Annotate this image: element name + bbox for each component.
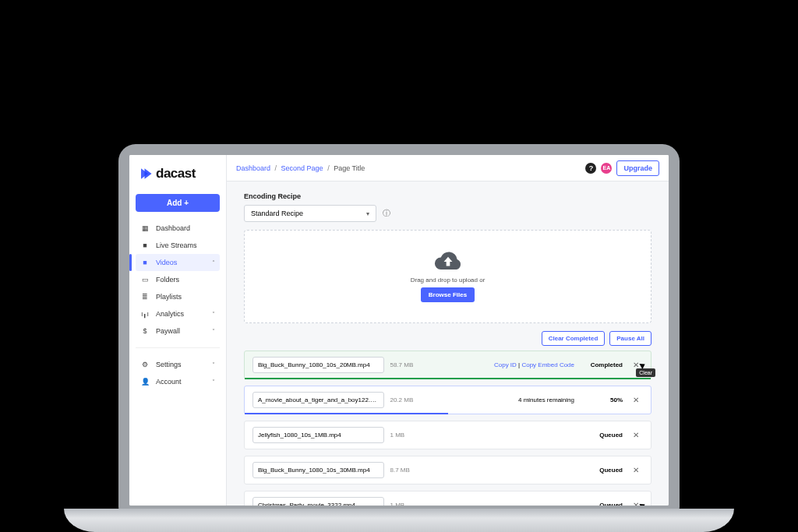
upload-actions: Clear Completed Pause All (244, 331, 651, 346)
sidebar-item-paywall[interactable]: $ Paywall ˅ (136, 322, 220, 340)
breadcrumb-current: Page Title (334, 164, 365, 172)
close-icon[interactable]: ✕ (629, 466, 643, 474)
camera-icon: ■ (140, 241, 150, 249)
upload-row: Christmas_Party_movie_3322.mp4 1 MB Queu… (244, 491, 651, 506)
upload-status: Queued (581, 467, 623, 474)
dollar-icon: $ (140, 327, 150, 335)
sidebar-item-label: Account (156, 378, 182, 386)
copy-id-link[interactable]: Copy ID (494, 361, 517, 368)
encoding-recipe-row: Standard Recipe ▾ ⓘ (244, 205, 651, 222)
encoding-recipe-select[interactable]: Standard Recipe ▾ (244, 205, 376, 222)
breadcrumb-sep: / (327, 164, 330, 172)
add-button[interactable]: Add + (136, 194, 220, 212)
close-icon[interactable]: ✕ (629, 396, 643, 404)
app-root: dacast Add + ▦ Dashboard ■ Live Streams (129, 155, 669, 506)
upload-size: 20.2 MB (390, 396, 437, 403)
sidebar-item-playlists[interactable]: ≣ Playlists (136, 288, 220, 305)
sidebar-item-analytics[interactable]: ı╻ı Analytics ˅ (136, 305, 220, 322)
upload-filename[interactable]: Christmas_Party_movie_3322.mp4 (252, 497, 384, 506)
laptop-frame: dacast Add + ▦ Dashboard ■ Live Streams (103, 144, 695, 532)
upload-status: Queued (581, 502, 623, 506)
breadcrumb-link-1[interactable]: Dashboard (236, 164, 270, 172)
breadcrumb-sep: / (275, 164, 277, 172)
nav-secondary: ⚙ Settings ˅ 👤 Account ˅ (136, 356, 220, 390)
breadcrumb-link-2[interactable]: Second Page (281, 164, 323, 172)
upload-status: Completed (581, 361, 623, 368)
chevron-down-icon: ˅ (212, 379, 215, 386)
sidebar-item-settings[interactable]: ⚙ Settings ˅ (136, 356, 220, 373)
upload-status: 50% (581, 396, 623, 403)
copy-embed-link[interactable]: Copy Embed Code (521, 361, 574, 368)
upgrade-button[interactable]: Upgrade (616, 160, 659, 176)
screen-bezel: dacast Add + ▦ Dashboard ■ Live Streams (118, 144, 680, 510)
brand-mark-icon (139, 167, 153, 181)
gear-icon: ⚙ (140, 361, 150, 368)
sidebar-item-label: Settings (156, 361, 182, 368)
close-icon[interactable]: ✕ (629, 431, 643, 439)
sidebar-item-label: Videos (156, 259, 177, 266)
sidebar-item-label: Folders (156, 276, 179, 284)
cloud-upload-icon (433, 251, 463, 273)
upload-row: Big_Buck_Bunny_1080_10s_30MB.mp4 8.7 MB … (244, 456, 651, 484)
select-value: Standard Recipe (251, 210, 303, 217)
upload-progress-text: 4 minutes remaining (443, 396, 575, 403)
sidebar-item-folders[interactable]: ▭ Folders (136, 271, 220, 288)
chevron-down-icon: ˅ (212, 311, 215, 318)
upload-status: Queued (581, 432, 623, 439)
upload-size: 1 MB (390, 432, 437, 439)
help-icon[interactable]: ? (585, 163, 596, 174)
sidebar-item-label: Analytics (156, 310, 184, 318)
breadcrumb: Dashboard / Second Page / Page Title (236, 164, 579, 172)
clear-completed-button[interactable]: Clear Completed (542, 331, 606, 346)
upload-filename[interactable]: A_movie_about_a_tiger_and_a_boy122.mvp (252, 392, 384, 408)
avatar[interactable]: EA (601, 163, 612, 174)
upload-size: 1 MB (390, 502, 437, 506)
upload-size: 8.7 MB (390, 467, 437, 474)
cursor-pointer-icon (640, 502, 649, 506)
upload-filename[interactable]: Big_Buck_Bunny_1080_10s_30MB.mp4 (252, 462, 384, 478)
caret-down-icon: ▾ (366, 210, 369, 217)
upload-size: 58.7 MB (390, 361, 437, 368)
chevron-up-icon: ˄ (212, 259, 215, 266)
sidebar-item-label: Live Streams (156, 241, 197, 249)
sidebar-item-livestreams[interactable]: ■ Live Streams (136, 237, 220, 254)
brand-logo: dacast (136, 163, 220, 191)
playlist-icon: ≣ (140, 293, 150, 301)
topbar-actions: ? EA Upgrade (585, 160, 659, 176)
info-icon[interactable]: ⓘ (383, 208, 390, 219)
dropzone-text: Drag and drop to upload or (411, 277, 486, 284)
sidebar-item-videos[interactable]: ■ Videos ˄ (136, 254, 220, 271)
sidebar-item-label: Playlists (156, 293, 182, 301)
sidebar-item-label: Dashboard (156, 224, 190, 232)
sidebar-item-label: Paywall (156, 327, 180, 335)
upload-row: Jellyfish_1080_10s_1MB.mp4 1 MB Queued ✕ (244, 421, 651, 449)
chevron-down-icon: ˅ (212, 361, 215, 368)
folder-icon: ▭ (140, 276, 150, 284)
topbar: Dashboard / Second Page / Page Title ? E… (227, 155, 669, 181)
upload-row: Big_Buck_Bunny_1080_10s_20MB.mp4 58.7 MB… (244, 351, 651, 379)
screen: dacast Add + ▦ Dashboard ■ Live Streams (129, 155, 669, 506)
upload-links: Copy ID | Copy Embed Code (443, 361, 575, 368)
chevron-down-icon: ˅ (212, 328, 215, 335)
browse-files-button[interactable]: Browse Files (421, 287, 475, 302)
encoding-recipe-label: Encoding Recipe (244, 192, 651, 200)
dashboard-icon: ▦ (140, 224, 150, 232)
person-icon: 👤 (140, 378, 150, 386)
sidebar-item-account[interactable]: 👤 Account ˅ (136, 373, 220, 390)
analytics-icon: ı╻ı (140, 310, 150, 318)
upload-dropzone[interactable]: Drag and drop to upload or Browse Files (244, 230, 651, 323)
main: Dashboard / Second Page / Page Title ? E… (227, 155, 669, 506)
cursor-pointer-icon (640, 362, 649, 372)
content: Encoding Recipe Standard Recipe ▾ ⓘ (227, 181, 669, 506)
brand-name: dacast (156, 166, 196, 181)
nav-separator (136, 347, 220, 348)
upload-row: A_movie_about_a_tiger_and_a_boy122.mvp 2… (244, 386, 651, 414)
sidebar: dacast Add + ▦ Dashboard ■ Live Streams (129, 155, 227, 506)
video-icon: ■ (140, 259, 150, 266)
sidebar-item-dashboard[interactable]: ▦ Dashboard (136, 220, 220, 237)
pause-all-button[interactable]: Pause All (609, 331, 651, 346)
nav-primary: ▦ Dashboard ■ Live Streams ■ Videos ˄ (136, 220, 220, 340)
upload-filename[interactable]: Jellyfish_1080_10s_1MB.mp4 (252, 427, 384, 443)
laptop-base (64, 509, 734, 532)
upload-filename[interactable]: Big_Buck_Bunny_1080_10s_20MB.mp4 (252, 357, 384, 373)
